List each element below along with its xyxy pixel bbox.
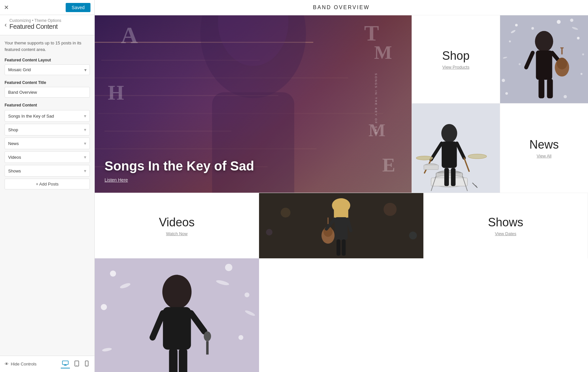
guitar-player-bottom-cell — [259, 193, 423, 258]
main-feature-title: Songs In the Key of Sad — [105, 159, 254, 173]
svg-point-84 — [245, 292, 250, 297]
svg-point-83 — [225, 264, 232, 271]
hide-controls-button[interactable]: 👁 Hide Controls — [5, 362, 37, 366]
singer-image — [95, 258, 259, 372]
guitar-player-cell — [500, 15, 588, 104]
vertical-text: SONGS IN THE KEY OF SAD — [374, 73, 378, 135]
svg-point-24 — [577, 37, 580, 40]
shop-cell: Shop View Products — [412, 15, 500, 104]
chevron-icon-songs: ▾ — [84, 113, 86, 119]
post-item-songs[interactable]: Songs In the Key of Sad ▾ — [5, 110, 90, 122]
tablet-icon-button[interactable] — [73, 360, 80, 368]
post-songs-label: Songs In the Key of Sad — [8, 114, 54, 119]
svg-rect-20 — [547, 79, 553, 98]
svg-rect-5 — [85, 361, 88, 366]
svg-rect-2 — [64, 365, 67, 365]
svg-point-30 — [582, 54, 584, 56]
svg-point-29 — [531, 27, 534, 30]
svg-rect-67 — [336, 239, 340, 256]
svg-rect-12 — [536, 51, 552, 80]
saved-button[interactable]: Saved — [66, 3, 90, 12]
svg-rect-38 — [442, 141, 457, 168]
breadcrumb-path: Customizing • Theme Options — [9, 18, 61, 23]
shows-title: Shows — [488, 216, 523, 229]
layout-select-wrapper: Mosaic Grid — [5, 64, 90, 75]
svg-point-27 — [580, 73, 582, 75]
svg-rect-46 — [431, 178, 467, 186]
main-feature-cell: A T M H M E SONGS IN THE KEY OF SAD Song… — [95, 15, 412, 193]
add-posts-button[interactable]: + Add Posts — [5, 179, 90, 189]
title-field-group: Featured Content Title — [5, 80, 90, 98]
svg-point-77 — [204, 332, 211, 341]
svg-rect-51 — [444, 168, 449, 186]
back-button[interactable]: ‹ — [5, 21, 7, 28]
support-text: Your theme supports up to 15 posts in it… — [5, 40, 90, 53]
videos-link[interactable]: Watch Now — [166, 231, 188, 236]
mosaic-grid: A T M H M E SONGS IN THE KEY OF SAD Song… — [95, 15, 588, 193]
close-button[interactable]: ✕ — [4, 5, 9, 10]
panel-content: Your theme supports up to 15 posts in it… — [0, 35, 94, 356]
main-content-area: BAND OVERVIEW — [95, 0, 588, 372]
page-title: BAND OVERVIEW — [95, 0, 588, 15]
svg-point-6 — [87, 365, 87, 365]
breadcrumb-title: Featured Content — [9, 23, 61, 30]
desktop-icon-button[interactable] — [61, 360, 70, 368]
svg-rect-75 — [163, 307, 191, 349]
svg-rect-19 — [539, 79, 545, 98]
content-field-group: Featured Content Songs In the Key of Sad… — [5, 103, 90, 189]
post-news-label: News — [8, 141, 19, 146]
chevron-icon-videos: ▾ — [84, 154, 86, 160]
news-cell: News View All — [500, 104, 588, 193]
svg-point-11 — [535, 31, 553, 52]
customizer-panel: ✕ Saved ‹ Customizing • Theme Options Fe… — [0, 0, 95, 372]
news-title: News — [529, 138, 559, 152]
svg-point-23 — [509, 40, 511, 42]
guitar-player-bottom-image — [259, 193, 423, 258]
svg-point-28 — [557, 20, 561, 24]
svg-point-21 — [515, 24, 518, 26]
title-input[interactable] — [5, 87, 90, 98]
main-feature-content: Songs In the Key of Sad Listen Here — [105, 159, 254, 183]
post-item-shows[interactable]: Shows ▾ — [5, 165, 90, 177]
breadcrumb: Customizing • Theme Options Featured Con… — [9, 18, 61, 30]
svg-rect-80 — [169, 348, 177, 372]
post-shop-label: Shop — [8, 127, 18, 132]
post-item-news[interactable]: News ▾ — [5, 137, 90, 149]
svg-point-82 — [110, 270, 116, 277]
mobile-icon-button[interactable] — [84, 360, 90, 368]
chevron-icon-shop: ▾ — [84, 127, 86, 132]
layout-select[interactable]: Mosaic Grid — [5, 64, 90, 75]
drummer-image — [412, 104, 500, 193]
shop-link[interactable]: View Products — [442, 65, 469, 70]
svg-point-70 — [384, 203, 397, 216]
guitar-player-image — [500, 15, 588, 103]
shop-title: Shop — [442, 49, 469, 63]
svg-point-25 — [519, 63, 521, 65]
news-link[interactable]: View All — [537, 154, 551, 158]
layout-label: Featured Content Layout — [5, 58, 90, 62]
svg-rect-61 — [335, 217, 348, 240]
breadcrumb-area: ‹ Customizing • Theme Options Featured C… — [0, 15, 94, 35]
title-label: Featured Content Title — [5, 80, 90, 85]
videos-cell: Videos Watch Now — [95, 193, 259, 258]
svg-point-26 — [502, 79, 505, 82]
chevron-icon-news: ▾ — [84, 141, 86, 146]
svg-point-85 — [101, 304, 107, 310]
post-item-shop[interactable]: Shop ▾ — [5, 124, 90, 136]
content-label: Featured Content — [5, 103, 90, 107]
post-item-videos[interactable]: Videos ▾ — [5, 151, 90, 163]
top-bar: ✕ Saved — [0, 0, 94, 15]
singer-cell — [95, 258, 259, 372]
svg-rect-1 — [64, 365, 66, 365]
shows-link[interactable]: View Dates — [495, 231, 516, 236]
shows-cell: Shows View Dates — [424, 193, 588, 258]
svg-rect-48 — [424, 165, 438, 170]
svg-point-72 — [409, 232, 417, 239]
svg-point-50 — [468, 154, 487, 159]
bottom-bar: 👁 Hide Controls — [0, 356, 94, 372]
svg-point-69 — [281, 208, 290, 218]
listen-here-link[interactable]: Listen Here — [105, 177, 128, 183]
svg-point-32 — [564, 95, 567, 98]
videos-title: Videos — [159, 216, 194, 229]
eye-icon: 👁 — [5, 362, 9, 366]
